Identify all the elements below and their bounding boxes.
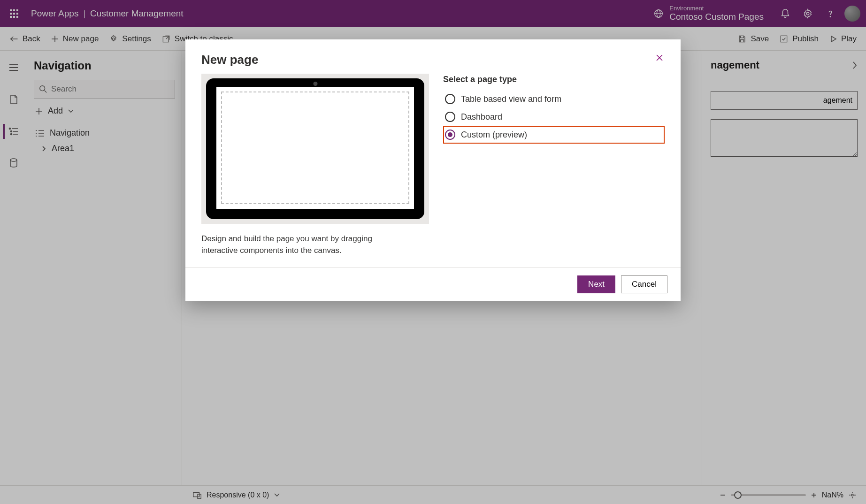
modal-title: New page xyxy=(201,53,258,67)
cancel-button[interactable]: Cancel xyxy=(621,275,667,293)
modal-footer: Next Cancel xyxy=(185,267,681,301)
next-button[interactable]: Next xyxy=(577,275,615,293)
option-table-view-form[interactable]: Table based view and form xyxy=(443,90,665,108)
modal-close-button[interactable] xyxy=(654,53,665,63)
radio-icon xyxy=(445,94,455,104)
option-dashboard[interactable]: Dashboard xyxy=(443,108,665,126)
page-type-options: Select a page type Table based view and … xyxy=(443,74,665,256)
close-icon xyxy=(655,53,664,62)
option-dashboard-label: Dashboard xyxy=(461,112,502,122)
option-table-label: Table based view and form xyxy=(461,94,561,104)
page-type-description: Design and build the page you want by dr… xyxy=(201,233,408,256)
new-page-modal: New page Design and build the page you w… xyxy=(185,39,681,301)
device-mockup xyxy=(206,78,424,219)
blank-canvas-illustration xyxy=(221,92,409,204)
page-preview: Design and build the page you want by dr… xyxy=(201,74,429,256)
option-custom-preview[interactable]: Custom (preview) xyxy=(443,126,665,144)
option-custom-label: Custom (preview) xyxy=(461,130,527,140)
radio-icon xyxy=(445,130,455,140)
modal-overlay: New page Design and build the page you w… xyxy=(0,0,866,504)
device-camera-icon xyxy=(313,82,317,86)
options-title: Select a page type xyxy=(443,75,665,84)
radio-icon xyxy=(445,112,455,122)
